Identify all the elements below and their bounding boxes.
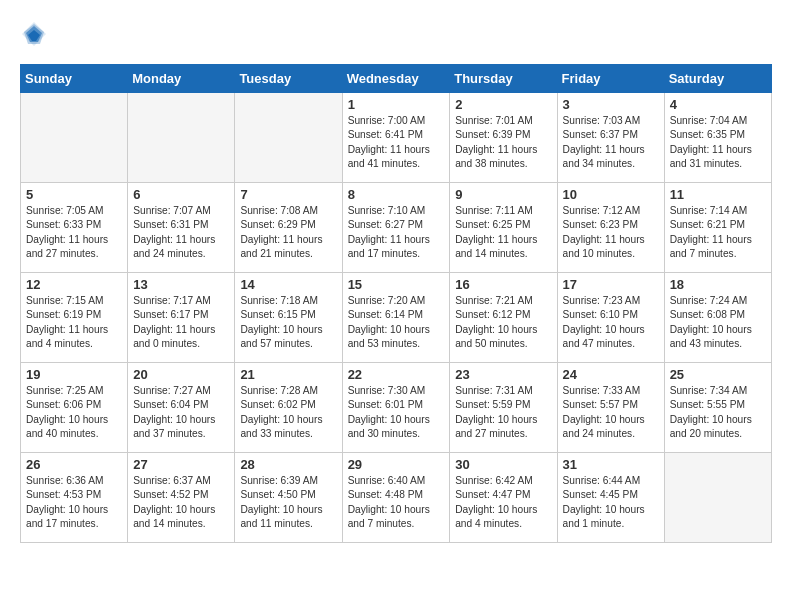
calendar-cell: 19Sunrise: 7:25 AM Sunset: 6:06 PM Dayli… <box>21 363 128 453</box>
calendar-cell: 21Sunrise: 7:28 AM Sunset: 6:02 PM Dayli… <box>235 363 342 453</box>
calendar-cell: 29Sunrise: 6:40 AM Sunset: 4:48 PM Dayli… <box>342 453 450 543</box>
day-info: Sunrise: 7:33 AM Sunset: 5:57 PM Dayligh… <box>563 384 659 441</box>
calendar-cell <box>128 93 235 183</box>
calendar-cell: 30Sunrise: 6:42 AM Sunset: 4:47 PM Dayli… <box>450 453 557 543</box>
day-number: 23 <box>455 367 551 382</box>
calendar-cell: 5Sunrise: 7:05 AM Sunset: 6:33 PM Daylig… <box>21 183 128 273</box>
day-number: 31 <box>563 457 659 472</box>
day-number: 25 <box>670 367 766 382</box>
day-number: 8 <box>348 187 445 202</box>
weekday-header-friday: Friday <box>557 65 664 93</box>
day-number: 26 <box>26 457 122 472</box>
calendar-cell: 22Sunrise: 7:30 AM Sunset: 6:01 PM Dayli… <box>342 363 450 453</box>
day-info: Sunrise: 7:00 AM Sunset: 6:41 PM Dayligh… <box>348 114 445 171</box>
day-info: Sunrise: 6:40 AM Sunset: 4:48 PM Dayligh… <box>348 474 445 531</box>
day-number: 6 <box>133 187 229 202</box>
day-number: 9 <box>455 187 551 202</box>
calendar-cell: 3Sunrise: 7:03 AM Sunset: 6:37 PM Daylig… <box>557 93 664 183</box>
weekday-header-tuesday: Tuesday <box>235 65 342 93</box>
calendar-week-row: 1Sunrise: 7:00 AM Sunset: 6:41 PM Daylig… <box>21 93 772 183</box>
day-number: 13 <box>133 277 229 292</box>
day-info: Sunrise: 7:30 AM Sunset: 6:01 PM Dayligh… <box>348 384 445 441</box>
day-info: Sunrise: 7:25 AM Sunset: 6:06 PM Dayligh… <box>26 384 122 441</box>
day-info: Sunrise: 7:20 AM Sunset: 6:14 PM Dayligh… <box>348 294 445 351</box>
day-number: 27 <box>133 457 229 472</box>
day-number: 21 <box>240 367 336 382</box>
calendar-cell: 14Sunrise: 7:18 AM Sunset: 6:15 PM Dayli… <box>235 273 342 363</box>
calendar-cell: 11Sunrise: 7:14 AM Sunset: 6:21 PM Dayli… <box>664 183 771 273</box>
calendar-week-row: 12Sunrise: 7:15 AM Sunset: 6:19 PM Dayli… <box>21 273 772 363</box>
day-info: Sunrise: 7:04 AM Sunset: 6:35 PM Dayligh… <box>670 114 766 171</box>
logo-icon <box>20 20 48 48</box>
weekday-header-saturday: Saturday <box>664 65 771 93</box>
logo <box>20 20 52 48</box>
day-info: Sunrise: 7:15 AM Sunset: 6:19 PM Dayligh… <box>26 294 122 351</box>
day-number: 28 <box>240 457 336 472</box>
day-number: 18 <box>670 277 766 292</box>
day-info: Sunrise: 7:12 AM Sunset: 6:23 PM Dayligh… <box>563 204 659 261</box>
calendar-cell: 13Sunrise: 7:17 AM Sunset: 6:17 PM Dayli… <box>128 273 235 363</box>
day-info: Sunrise: 6:39 AM Sunset: 4:50 PM Dayligh… <box>240 474 336 531</box>
calendar-cell: 18Sunrise: 7:24 AM Sunset: 6:08 PM Dayli… <box>664 273 771 363</box>
calendar-cell: 26Sunrise: 6:36 AM Sunset: 4:53 PM Dayli… <box>21 453 128 543</box>
calendar-cell <box>235 93 342 183</box>
day-number: 1 <box>348 97 445 112</box>
day-number: 2 <box>455 97 551 112</box>
day-info: Sunrise: 7:10 AM Sunset: 6:27 PM Dayligh… <box>348 204 445 261</box>
day-number: 17 <box>563 277 659 292</box>
calendar-cell: 1Sunrise: 7:00 AM Sunset: 6:41 PM Daylig… <box>342 93 450 183</box>
day-info: Sunrise: 7:01 AM Sunset: 6:39 PM Dayligh… <box>455 114 551 171</box>
day-info: Sunrise: 7:34 AM Sunset: 5:55 PM Dayligh… <box>670 384 766 441</box>
weekday-header-thursday: Thursday <box>450 65 557 93</box>
weekday-header-monday: Monday <box>128 65 235 93</box>
calendar-cell: 4Sunrise: 7:04 AM Sunset: 6:35 PM Daylig… <box>664 93 771 183</box>
calendar-cell: 28Sunrise: 6:39 AM Sunset: 4:50 PM Dayli… <box>235 453 342 543</box>
day-info: Sunrise: 7:17 AM Sunset: 6:17 PM Dayligh… <box>133 294 229 351</box>
day-info: Sunrise: 7:24 AM Sunset: 6:08 PM Dayligh… <box>670 294 766 351</box>
day-number: 29 <box>348 457 445 472</box>
calendar-cell: 23Sunrise: 7:31 AM Sunset: 5:59 PM Dayli… <box>450 363 557 453</box>
calendar-cell: 16Sunrise: 7:21 AM Sunset: 6:12 PM Dayli… <box>450 273 557 363</box>
day-number: 19 <box>26 367 122 382</box>
calendar-week-row: 19Sunrise: 7:25 AM Sunset: 6:06 PM Dayli… <box>21 363 772 453</box>
calendar-cell: 15Sunrise: 7:20 AM Sunset: 6:14 PM Dayli… <box>342 273 450 363</box>
calendar-cell: 12Sunrise: 7:15 AM Sunset: 6:19 PM Dayli… <box>21 273 128 363</box>
weekday-header-sunday: Sunday <box>21 65 128 93</box>
day-number: 30 <box>455 457 551 472</box>
weekday-header-wednesday: Wednesday <box>342 65 450 93</box>
calendar-cell: 6Sunrise: 7:07 AM Sunset: 6:31 PM Daylig… <box>128 183 235 273</box>
day-number: 4 <box>670 97 766 112</box>
day-info: Sunrise: 6:37 AM Sunset: 4:52 PM Dayligh… <box>133 474 229 531</box>
day-info: Sunrise: 7:08 AM Sunset: 6:29 PM Dayligh… <box>240 204 336 261</box>
day-number: 10 <box>563 187 659 202</box>
day-number: 20 <box>133 367 229 382</box>
day-number: 14 <box>240 277 336 292</box>
calendar-cell: 9Sunrise: 7:11 AM Sunset: 6:25 PM Daylig… <box>450 183 557 273</box>
day-info: Sunrise: 7:23 AM Sunset: 6:10 PM Dayligh… <box>563 294 659 351</box>
calendar-cell: 25Sunrise: 7:34 AM Sunset: 5:55 PM Dayli… <box>664 363 771 453</box>
page-header <box>20 20 772 48</box>
day-info: Sunrise: 7:18 AM Sunset: 6:15 PM Dayligh… <box>240 294 336 351</box>
day-info: Sunrise: 7:11 AM Sunset: 6:25 PM Dayligh… <box>455 204 551 261</box>
day-number: 7 <box>240 187 336 202</box>
calendar-cell: 31Sunrise: 6:44 AM Sunset: 4:45 PM Dayli… <box>557 453 664 543</box>
day-number: 11 <box>670 187 766 202</box>
day-info: Sunrise: 7:05 AM Sunset: 6:33 PM Dayligh… <box>26 204 122 261</box>
day-info: Sunrise: 6:42 AM Sunset: 4:47 PM Dayligh… <box>455 474 551 531</box>
day-info: Sunrise: 7:03 AM Sunset: 6:37 PM Dayligh… <box>563 114 659 171</box>
day-info: Sunrise: 7:28 AM Sunset: 6:02 PM Dayligh… <box>240 384 336 441</box>
calendar-cell <box>664 453 771 543</box>
day-number: 15 <box>348 277 445 292</box>
calendar-cell: 20Sunrise: 7:27 AM Sunset: 6:04 PM Dayli… <box>128 363 235 453</box>
day-info: Sunrise: 7:07 AM Sunset: 6:31 PM Dayligh… <box>133 204 229 261</box>
day-number: 22 <box>348 367 445 382</box>
calendar-cell: 8Sunrise: 7:10 AM Sunset: 6:27 PM Daylig… <box>342 183 450 273</box>
day-number: 12 <box>26 277 122 292</box>
calendar-cell: 17Sunrise: 7:23 AM Sunset: 6:10 PM Dayli… <box>557 273 664 363</box>
day-info: Sunrise: 7:14 AM Sunset: 6:21 PM Dayligh… <box>670 204 766 261</box>
day-number: 16 <box>455 277 551 292</box>
calendar-table: SundayMondayTuesdayWednesdayThursdayFrid… <box>20 64 772 543</box>
day-number: 5 <box>26 187 122 202</box>
day-number: 24 <box>563 367 659 382</box>
day-info: Sunrise: 6:44 AM Sunset: 4:45 PM Dayligh… <box>563 474 659 531</box>
